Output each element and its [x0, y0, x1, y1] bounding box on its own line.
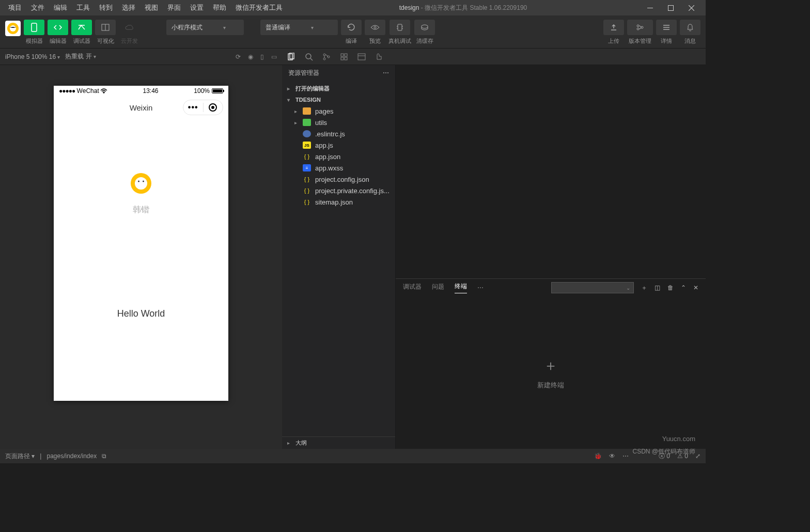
mode-select[interactable]: 小程序模式▾: [166, 20, 244, 35]
capsule-close-button[interactable]: [204, 103, 223, 112]
phone-icon[interactable]: ▯: [260, 53, 264, 60]
new-terminal-label: 新建终端: [537, 381, 564, 390]
visualize-label: 可视化: [97, 37, 114, 45]
search-icon[interactable]: [305, 53, 313, 61]
menu-item[interactable]: 帮助: [209, 1, 230, 14]
eye-icon[interactable]: 👁: [609, 452, 615, 460]
upload-button[interactable]: [603, 20, 624, 35]
messages-label: 消息: [684, 37, 696, 45]
project-section[interactable]: ▾TDESIGN: [282, 94, 395, 105]
more-icon[interactable]: ⋯: [622, 452, 629, 460]
svg-point-7: [637, 25, 639, 27]
compile-button[interactable]: [341, 20, 362, 35]
file-item[interactable]: .eslintrc.js: [282, 128, 395, 139]
editor-label: 编辑器: [50, 37, 67, 45]
file-name: app.js: [315, 142, 333, 149]
extensions-icon[interactable]: [340, 53, 348, 61]
simulator-pane: iPhone 5 100% 16 ▾ 热重载 开 ▾ ⟳ ◉ ▯ ▭ ●●●●●…: [0, 49, 282, 449]
folder-item[interactable]: ▸pages: [282, 105, 395, 117]
watermark-csdn: CSDN @低代码布道师: [632, 447, 695, 456]
chevron-down-icon: ▾: [223, 25, 226, 30]
svg-rect-23: [341, 57, 344, 60]
real-debug-button[interactable]: [390, 20, 410, 35]
tab-terminal[interactable]: 终端: [455, 282, 467, 293]
messages-button[interactable]: [680, 20, 700, 35]
menu-item[interactable]: 工具: [72, 1, 94, 14]
clear-cache-button[interactable]: [414, 20, 435, 35]
time-label: 13:46: [107, 87, 194, 95]
file-icon: [303, 107, 311, 115]
signal-icon: ●●●●●: [59, 87, 75, 95]
menu-item[interactable]: 设置: [186, 1, 208, 14]
maximize-button[interactable]: [660, 0, 681, 15]
file-icon: { }: [303, 176, 311, 183]
editor-content[interactable]: [396, 65, 706, 278]
capsule-menu-button[interactable]: •••: [183, 103, 203, 112]
dots-icon: •••: [188, 103, 198, 112]
menu-item[interactable]: 视图: [141, 1, 162, 14]
record-icon[interactable]: ◉: [248, 53, 253, 60]
menu-item[interactable]: 编辑: [50, 1, 71, 14]
simulator-button[interactable]: [24, 20, 44, 35]
terminal-select[interactable]: ⌄: [551, 282, 634, 293]
folder-item[interactable]: ▸utils: [282, 117, 395, 128]
bug-icon[interactable]: 🐞: [594, 452, 602, 460]
minimize-button[interactable]: [640, 0, 660, 15]
menu-item[interactable]: 选择: [118, 1, 139, 14]
menu-item[interactable]: 转到: [95, 1, 117, 14]
file-name: app.json: [315, 153, 340, 161]
page-path[interactable]: pages/index/index: [46, 452, 97, 460]
content-area: iPhone 5 100% 16 ▾ 热重载 开 ▾ ⟳ ◉ ▯ ▭ ●●●●●…: [0, 49, 706, 449]
copy-icon[interactable]: ⧉: [102, 452, 106, 460]
cloud-button[interactable]: [119, 20, 139, 35]
version-button[interactable]: [627, 20, 653, 35]
layout-icon[interactable]: [357, 53, 366, 60]
expand-icon[interactable]: ⤢: [695, 452, 700, 460]
detail-button[interactable]: [656, 20, 677, 35]
menu-item[interactable]: 文件: [27, 1, 49, 14]
nav-title: Weixin: [130, 103, 153, 112]
file-item[interactable]: { }project.config.json: [282, 174, 395, 185]
plus-icon: ＋: [543, 356, 558, 375]
chevron-up-icon[interactable]: ⌃: [681, 284, 686, 291]
avatar-icon: [128, 170, 154, 196]
plugin-icon[interactable]: [375, 53, 383, 60]
editor-button[interactable]: [48, 20, 68, 35]
terminal-body[interactable]: ＋ 新建终端: [396, 296, 706, 449]
target-icon: [209, 103, 217, 112]
watermark-site: Yuucn.com: [662, 435, 695, 443]
refresh-icon[interactable]: ⟳: [236, 53, 241, 60]
more-icon[interactable]: ⋯: [383, 69, 389, 76]
tablet-icon[interactable]: ▭: [271, 53, 277, 60]
more-icon[interactable]: ⋯: [477, 284, 484, 291]
compile-select[interactable]: 普通编译▾: [260, 20, 338, 35]
file-item[interactable]: { }project.private.config.js...: [282, 185, 395, 196]
outline-section[interactable]: ▸大纲: [282, 436, 395, 449]
preview-button[interactable]: [365, 20, 385, 35]
file-item[interactable]: { }app.json: [282, 151, 395, 162]
split-icon[interactable]: ◫: [655, 284, 660, 291]
open-editors-section[interactable]: ▸打开的编辑器: [282, 83, 395, 94]
close-button[interactable]: [681, 0, 702, 15]
device-select[interactable]: iPhone 5 100% 16 ▾: [5, 53, 60, 60]
hotreload-toggle[interactable]: 热重载 开 ▾: [65, 52, 96, 61]
git-icon[interactable]: [322, 53, 331, 61]
file-item[interactable]: ≡app.wxss: [282, 162, 395, 174]
menu-item[interactable]: 项目: [4, 1, 26, 14]
new-terminal-icon[interactable]: ＋: [641, 284, 647, 292]
svg-point-5: [374, 26, 376, 28]
trash-icon[interactable]: 🗑: [667, 284, 674, 291]
close-panel-icon[interactable]: ✕: [693, 284, 698, 291]
debugger-button[interactable]: [71, 20, 92, 35]
visualize-button[interactable]: [95, 20, 116, 35]
main-toolbar: 模拟器 编辑器 调试器 可视化 云开发 小程序模式▾ 普通编译▾ 编译 预览 真…: [0, 15, 706, 49]
file-name: utils: [315, 119, 327, 127]
file-item[interactable]: { }sitemap.json: [282, 196, 395, 208]
tab-problems[interactable]: 问题: [432, 283, 444, 293]
tab-debugger[interactable]: 调试器: [403, 283, 422, 293]
menu-item[interactable]: 微信开发者工具: [231, 1, 287, 14]
menu-item[interactable]: 界面: [163, 1, 185, 14]
file-icon: { }: [303, 187, 311, 194]
file-item[interactable]: JSapp.js: [282, 139, 395, 151]
explorer-icon[interactable]: [287, 53, 295, 61]
